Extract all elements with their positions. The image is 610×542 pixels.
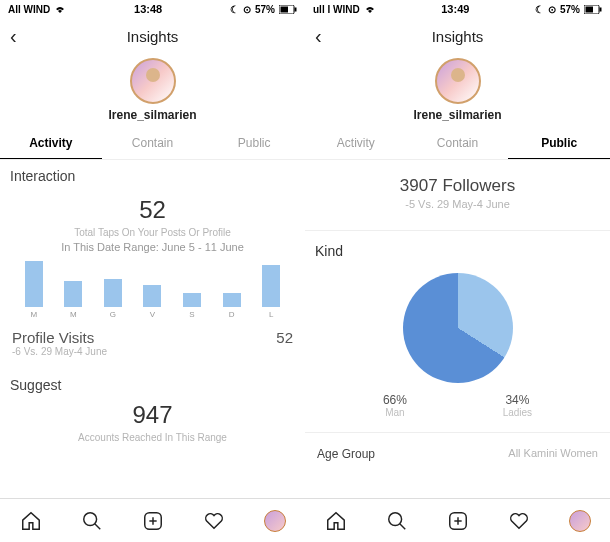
profile-visits-row[interactable]: Profile Visits 52 xyxy=(0,319,305,346)
svg-line-4 xyxy=(94,523,100,529)
carrier: ull I WIND xyxy=(313,4,360,15)
tab-activity[interactable]: Activity xyxy=(0,128,102,159)
back-button[interactable]: ‹ xyxy=(315,26,322,46)
svg-point-3 xyxy=(83,512,96,525)
heart-icon[interactable] xyxy=(202,509,226,533)
bottom-nav xyxy=(305,498,610,542)
tab-content[interactable]: Contain xyxy=(102,128,204,159)
kind-block: Kind 66% Man 34% Ladies xyxy=(305,230,610,418)
phone-right: ull I WIND 13:49 ☾ ⊙ 57% ‹ Insights Iren… xyxy=(305,0,610,542)
bar-l xyxy=(262,265,280,307)
followers-block: 3907 Followers -5 Vs. 29 May-4 June xyxy=(305,160,610,218)
username: Irene_silmarien xyxy=(413,108,501,122)
bar-m1 xyxy=(25,261,43,307)
profile-visits-label: Profile Visits xyxy=(12,329,94,346)
status-bar: All WIND 13:48 ☾ ⊙ 57% xyxy=(0,0,305,18)
profile-icon[interactable] xyxy=(263,509,287,533)
followers-value: 3907 Followers xyxy=(305,176,610,196)
content-public: 3907 Followers -5 Vs. 29 May-4 June Kind… xyxy=(305,160,610,498)
avatar[interactable] xyxy=(130,58,176,104)
kind-title: Kind xyxy=(305,243,610,267)
moon-icon: ☾ xyxy=(535,4,544,15)
home-icon[interactable] xyxy=(324,509,348,533)
page-title: Insights xyxy=(432,28,484,45)
alarm-icon: ⊙ xyxy=(548,4,556,15)
taps-range: In This Date Range: June 5 - 11 June xyxy=(0,241,305,253)
pie-chart xyxy=(403,273,513,383)
profile-section: Irene_silmarien xyxy=(305,54,610,128)
wifi-icon xyxy=(54,5,66,14)
svg-line-12 xyxy=(399,523,405,529)
battery-pct: 57% xyxy=(255,4,275,15)
legend-man: 66% Man xyxy=(383,393,407,418)
bar-v xyxy=(143,285,161,307)
section-interaction: Interaction xyxy=(0,160,305,186)
content-activity: Interaction 52 Total Taps On Your Posts … xyxy=(0,160,305,498)
age-filter: All Kamini Women xyxy=(508,447,598,461)
section-suggest: Suggest xyxy=(0,369,305,395)
tabs: Activity Contain Public xyxy=(305,128,610,160)
clock: 13:48 xyxy=(66,3,230,15)
phone-left: All WIND 13:48 ☾ ⊙ 57% ‹ Insights Irene_… xyxy=(0,0,305,542)
moon-icon: ☾ xyxy=(230,4,239,15)
clock: 13:49 xyxy=(376,3,535,15)
page-title: Insights xyxy=(127,28,179,45)
age-group-row[interactable]: Age Group All Kamini Women xyxy=(305,432,610,461)
back-button[interactable]: ‹ xyxy=(10,26,17,46)
svg-rect-2 xyxy=(295,7,297,11)
tabs: Activity Contain Public xyxy=(0,128,305,160)
profile-visits-sub: -6 Vs. 29 May-4 June xyxy=(0,346,305,357)
tab-public[interactable]: Public xyxy=(508,128,610,159)
battery-pct: 57% xyxy=(560,4,580,15)
home-icon[interactable] xyxy=(19,509,43,533)
svg-rect-1 xyxy=(281,6,289,12)
battery-icon xyxy=(584,5,602,14)
status-bar: ull I WIND 13:49 ☾ ⊙ 57% xyxy=(305,0,610,18)
taps-value: 52 xyxy=(0,196,305,224)
suggest-value: 947 xyxy=(0,401,305,429)
tab-activity[interactable]: Activity xyxy=(305,128,407,159)
bar-g xyxy=(104,279,122,307)
search-icon[interactable] xyxy=(80,509,104,533)
alarm-icon: ⊙ xyxy=(243,4,251,15)
search-icon[interactable] xyxy=(385,509,409,533)
add-icon[interactable] xyxy=(141,509,165,533)
pie-legend: 66% Man 34% Ladies xyxy=(305,393,610,418)
header: ‹ Insights xyxy=(0,18,305,54)
carrier: All WIND xyxy=(8,4,50,15)
bar-m2 xyxy=(64,281,82,307)
username: Irene_silmarien xyxy=(108,108,196,122)
svg-point-11 xyxy=(388,512,401,525)
profile-visits-value: 52 xyxy=(276,329,293,346)
header: ‹ Insights xyxy=(305,18,610,54)
wifi-icon xyxy=(364,5,376,14)
battery-icon xyxy=(279,5,297,14)
tab-public[interactable]: Public xyxy=(203,128,305,159)
legend-ladies: 34% Ladies xyxy=(503,393,532,418)
age-label: Age Group xyxy=(317,447,375,461)
profile-section: Irene_silmarien xyxy=(0,54,305,128)
profile-icon[interactable] xyxy=(568,509,592,533)
svg-rect-10 xyxy=(600,7,602,11)
bottom-nav xyxy=(0,498,305,542)
svg-rect-9 xyxy=(586,6,594,12)
suggest-caption: Accounts Reached In This Range xyxy=(0,431,305,445)
taps-caption: Total Taps On Your Posts Or Profile xyxy=(0,226,305,240)
tab-content[interactable]: Contain xyxy=(407,128,509,159)
bar-d xyxy=(223,293,241,307)
bar-s xyxy=(183,293,201,307)
avatar[interactable] xyxy=(435,58,481,104)
bar-chart: M M G V S D L xyxy=(0,259,305,319)
heart-icon[interactable] xyxy=(507,509,531,533)
followers-sub: -5 Vs. 29 May-4 June xyxy=(305,198,610,210)
add-icon[interactable] xyxy=(446,509,470,533)
